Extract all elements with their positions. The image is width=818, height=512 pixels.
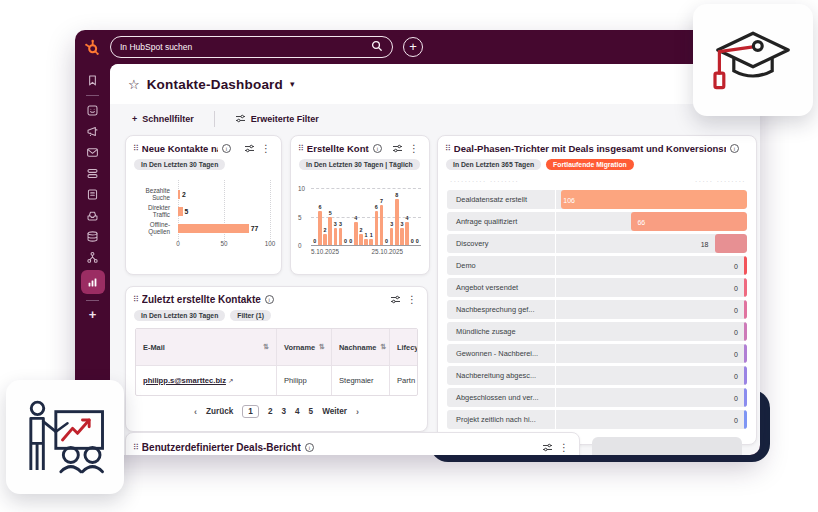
pagination-page-4[interactable]: 4 (295, 407, 300, 416)
search-input[interactable]: In HubSpot suchen (110, 36, 393, 58)
funnel-row[interactable]: Gewonnen - Nachberei...0 (447, 344, 747, 363)
sidebar-item-bookmark[interactable] (81, 70, 105, 91)
category-label: DirekterTraffic (130, 205, 174, 219)
drag-handle-icon[interactable]: ⠿ (133, 295, 138, 304)
drag-handle-icon[interactable]: ⠿ (298, 144, 303, 153)
filter-sliders-icon[interactable] (244, 144, 255, 153)
funnel-row[interactable]: Discovery18 (447, 234, 747, 253)
funnel-stage-label: Nachbereitung abgesc... (447, 371, 536, 380)
bar-value-label: 5 (329, 210, 332, 216)
bar-column: 2 (323, 188, 327, 245)
kebab-menu-icon[interactable]: ⋮ (405, 294, 419, 305)
pagination-page-1[interactable]: 1 (242, 405, 259, 418)
tray-icon (86, 209, 99, 222)
table-row[interactable]: philipp.s@smarttec.biz↗PhilippStegmaierP… (136, 365, 417, 395)
x-tick-label: 50 (220, 240, 227, 247)
kebab-menu-icon[interactable]: ⋮ (407, 143, 421, 154)
bar-column: 5 (328, 188, 332, 245)
column-header[interactable]: Nachname⇅ (332, 329, 390, 365)
funnel-value: 0 (734, 262, 738, 269)
favorite-star-icon[interactable]: ☆ (128, 77, 140, 92)
info-icon[interactable] (373, 144, 382, 153)
page-title[interactable]: Kontakte-Dashboard (147, 77, 283, 92)
loading-placeholder (592, 437, 742, 455)
column-header[interactable]: E-Mail⇅ (136, 329, 277, 365)
info-icon[interactable] (222, 144, 231, 153)
contact-email-link[interactable]: philipp.s@smarttec.biz (143, 376, 226, 385)
presenter-whiteboard-icon (19, 390, 111, 484)
funnel-bar (715, 234, 747, 253)
drag-handle-icon[interactable]: ⠿ (445, 144, 450, 153)
pagination-next-icon[interactable]: › (356, 407, 359, 417)
kebab-menu-icon[interactable]: ⋮ (557, 442, 571, 453)
pagination-back-icon[interactable]: ‹ (194, 407, 197, 417)
bar-column: 3 (390, 188, 394, 245)
bar-value-label: 7 (380, 198, 383, 204)
sort-icon[interactable]: ⇅ (319, 343, 325, 351)
funnel-value: 0 (734, 284, 738, 291)
kebab-menu-icon[interactable]: ⋮ (259, 143, 273, 154)
filter-sliders-icon[interactable] (392, 144, 403, 153)
pagination-back-label[interactable]: Zurück (206, 407, 233, 416)
card-title: Zuletzt erstellte Kontakte (142, 294, 261, 305)
card-custom-report: ⠿ Benutzerdefinierter Deals-Bericht ⋮ (125, 432, 580, 455)
sidebar-item-envelope[interactable] (81, 142, 105, 163)
sidebar-item-crm[interactable] (81, 100, 105, 121)
bar (364, 239, 368, 245)
sidebar-item-database[interactable] (81, 226, 105, 247)
bar (334, 228, 338, 245)
info-icon[interactable] (265, 295, 274, 304)
y-tick-label: 0 (298, 242, 302, 249)
sort-icon[interactable]: ⇅ (263, 343, 269, 351)
advanced-filter-button[interactable]: Erweiterte Filter (235, 114, 319, 125)
search-icon[interactable] (371, 40, 383, 54)
drag-handle-icon[interactable]: ⠿ (133, 443, 138, 452)
sidebar-item-more[interactable]: + (89, 305, 97, 323)
info-icon[interactable] (305, 443, 314, 452)
funnel-row[interactable]: Angebot versendet0 (447, 278, 747, 297)
pagination-page-2[interactable]: 2 (268, 407, 273, 416)
y-tick-label: 5 (298, 213, 302, 220)
bar-value-label: 77 (251, 225, 259, 232)
funnel-value: 106 (563, 196, 575, 203)
column-header[interactable]: Lifecy (390, 329, 418, 365)
pagination-page-3[interactable]: 3 (281, 407, 286, 416)
funnel-row[interactable]: Abgeschlossen und ver...0 (447, 388, 747, 407)
sidebar-item-megaphone[interactable] (81, 121, 105, 142)
pagination-next-label[interactable]: Weiter (322, 407, 347, 416)
hubspot-logo-icon[interactable] (82, 37, 102, 57)
chart-row: DirekterTraffic5 (130, 203, 271, 220)
funnel-stage-label: Abgeschlossen und ver... (447, 393, 539, 402)
dashboard-content: ☆ Kontakte-Dashboard ▾ + Schnellfilter E… (110, 64, 760, 455)
funnel-stage-label: Mündliche zusage (447, 327, 516, 336)
sidebar-item-tray[interactable] (81, 205, 105, 226)
funnel-row[interactable]: Projekt zeitlich nach hi...0 (447, 410, 747, 429)
table-cell: Stegmaier (332, 365, 390, 395)
sort-icon[interactable]: ⇅ (380, 343, 386, 351)
filter-sliders-icon[interactable] (542, 443, 553, 452)
advanced-filter-label: Erweiterte Filter (251, 114, 319, 124)
bar (395, 199, 399, 245)
bar-column: 3 (400, 188, 404, 245)
funnel-row[interactable]: Mündliche zusage0 (447, 322, 747, 341)
sidebar-item-stack[interactable] (81, 163, 105, 184)
create-button[interactable]: + (403, 37, 423, 57)
filter-sliders-icon[interactable] (390, 295, 401, 304)
funnel-row[interactable]: Dealdatensatz erstellt106 (447, 190, 747, 209)
pagination-page-5[interactable]: 5 (309, 407, 314, 416)
sidebar-item-workflow[interactable] (81, 247, 105, 268)
sidebar-item-document[interactable] (81, 184, 105, 205)
info-icon[interactable] (730, 144, 739, 153)
top-bar: In HubSpot suchen + (75, 30, 760, 64)
chevron-down-icon[interactable]: ▾ (290, 79, 295, 89)
funnel-row[interactable]: Anfrage qualifiziert66 (447, 212, 747, 231)
sidebar-item-reporting-active[interactable] (81, 270, 105, 294)
funnel-row[interactable]: Nachbereitung abgesc...0 (447, 366, 747, 385)
funnel-row[interactable]: Demo0 (447, 256, 747, 275)
funnel-row[interactable]: Nachbesprechung gef...0 (447, 300, 747, 319)
bar-value-label: 3 (339, 221, 342, 227)
drag-handle-icon[interactable]: ⠿ (133, 144, 138, 153)
bar-value-label: 6 (375, 204, 378, 210)
quick-filter-button[interactable]: + Schnellfilter (132, 114, 194, 124)
column-header[interactable]: Vorname⇅ (277, 329, 332, 365)
